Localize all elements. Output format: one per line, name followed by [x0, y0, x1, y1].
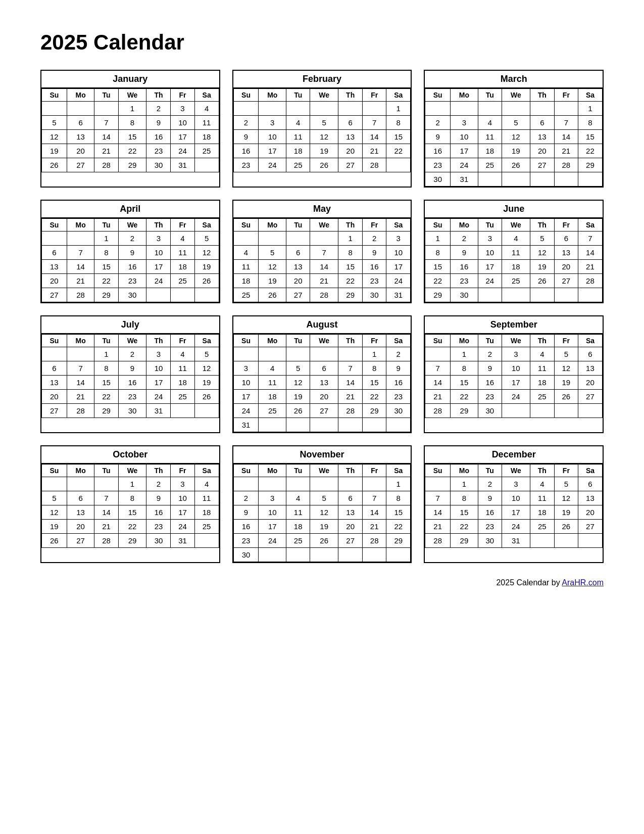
page-title: 2025 Calendar — [40, 30, 604, 55]
table-row: 27282930 — [42, 288, 219, 302]
day-cell: 3 — [259, 491, 286, 505]
day-header: Th — [530, 335, 554, 347]
table-row: 15161718192021 — [425, 260, 603, 274]
day-header: Sa — [386, 335, 411, 347]
table-row: 12345 — [42, 231, 219, 246]
day-cell: 14 — [363, 130, 386, 144]
day-cell: 29 — [94, 288, 118, 302]
day-cell: 18 — [286, 520, 310, 534]
day-cell — [259, 347, 286, 361]
day-cell: 26 — [530, 274, 554, 288]
day-cell: 24 — [171, 144, 194, 158]
day-cell: 16 — [233, 520, 259, 534]
day-cell: 17 — [146, 376, 171, 390]
day-cell — [42, 231, 67, 246]
day-cell: 21 — [425, 390, 451, 404]
table-row: 31 — [233, 418, 411, 432]
day-header: Th — [338, 89, 363, 102]
day-cell: 13 — [67, 130, 94, 144]
day-cell — [42, 477, 67, 491]
day-cell — [286, 548, 310, 562]
day-cell — [286, 231, 310, 246]
day-cell — [530, 172, 554, 187]
day-cell: 28 — [338, 404, 363, 418]
day-header: Su — [425, 219, 451, 231]
day-cell — [310, 347, 338, 361]
table-row: 2728293031 — [42, 404, 219, 418]
day-cell: 2 — [146, 477, 171, 491]
day-cell: 8 — [451, 491, 478, 505]
day-cell — [67, 477, 94, 491]
day-cell: 25 — [530, 390, 554, 404]
day-cell: 24 — [146, 274, 171, 288]
day-cell: 2 — [425, 116, 451, 130]
day-cell: 28 — [425, 404, 451, 418]
day-cell: 8 — [425, 246, 451, 260]
day-cell — [363, 477, 386, 491]
day-cell: 9 — [478, 491, 502, 505]
day-cell: 2 — [118, 347, 146, 361]
day-cell — [259, 418, 286, 432]
day-cell: 21 — [425, 520, 451, 534]
day-header: Su — [233, 89, 259, 102]
day-cell: 22 — [386, 144, 411, 158]
day-cell: 21 — [94, 520, 118, 534]
day-cell: 8 — [94, 361, 118, 376]
day-cell: 6 — [578, 347, 602, 361]
day-cell: 18 — [171, 376, 194, 390]
day-cell: 5 — [42, 491, 67, 505]
day-cell: 2 — [478, 477, 502, 491]
month-title: October — [41, 446, 219, 464]
day-cell: 4 — [530, 477, 554, 491]
day-cell: 18 — [233, 274, 259, 288]
day-cell: 14 — [67, 376, 94, 390]
day-cell: 7 — [425, 491, 451, 505]
day-cell: 27 — [42, 404, 67, 418]
day-cell: 18 — [502, 260, 530, 274]
table-row: 1234 — [42, 477, 219, 491]
table-row: 9101112131415 — [233, 130, 411, 144]
day-header: Sa — [386, 219, 411, 231]
table-row: 567891011 — [42, 116, 219, 130]
month-title: December — [425, 446, 603, 464]
day-cell: 24 — [502, 520, 530, 534]
table-row: 1 — [425, 102, 603, 116]
day-cell: 22 — [338, 274, 363, 288]
day-header: Tu — [286, 89, 310, 102]
day-cell: 27 — [67, 534, 94, 548]
day-cell: 19 — [554, 505, 578, 520]
day-cell: 21 — [94, 144, 118, 158]
table-row: 19202122232425 — [42, 144, 219, 158]
day-header: Su — [233, 219, 259, 231]
day-cell: 31 — [451, 172, 478, 187]
day-cell: 30 — [363, 288, 386, 302]
day-cell — [425, 347, 451, 361]
day-cell: 28 — [578, 274, 602, 288]
day-cell — [94, 102, 118, 116]
table-row: 262728293031 — [42, 158, 219, 172]
day-header: Sa — [194, 89, 219, 102]
footer-link[interactable]: AraHR.com — [562, 578, 604, 587]
day-cell: 12 — [502, 130, 530, 144]
day-cell: 28 — [363, 534, 386, 548]
day-cell: 6 — [42, 246, 67, 260]
day-header: Tu — [94, 219, 118, 231]
footer-text: 2025 Calendar by — [496, 578, 562, 587]
day-cell — [554, 102, 578, 116]
day-cell: 16 — [118, 260, 146, 274]
table-row: 567891011 — [42, 491, 219, 505]
day-cell: 9 — [478, 361, 502, 376]
day-cell: 1 — [451, 347, 478, 361]
day-cell: 27 — [310, 404, 338, 418]
day-cell: 19 — [310, 520, 338, 534]
day-cell: 3 — [233, 361, 259, 376]
day-cell: 29 — [578, 158, 602, 172]
day-cell: 11 — [530, 491, 554, 505]
day-cell: 24 — [171, 520, 194, 534]
table-row: 16171819202122 — [233, 520, 411, 534]
table-row: 16171819202122 — [425, 144, 603, 158]
day-cell: 30 — [478, 534, 502, 548]
month-table: SuMoTuWeThFrSa12345678910111213141516171… — [425, 218, 603, 302]
day-cell — [478, 172, 502, 187]
day-cell: 14 — [94, 130, 118, 144]
